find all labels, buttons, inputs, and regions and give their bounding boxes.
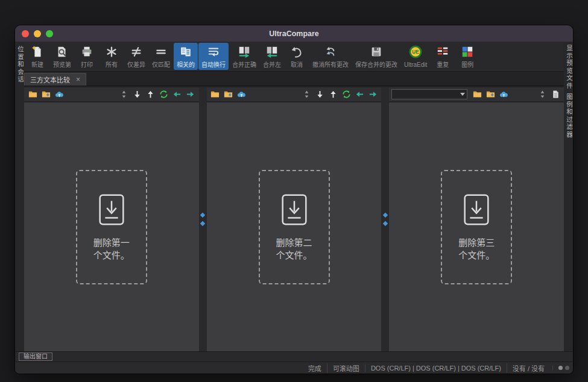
- toolbar-button-related[interactable]: 相关的: [174, 43, 198, 70]
- tab-three-way-text-compare[interactable]: 三方文本比较 ×: [24, 73, 86, 86]
- toolbar-button-label: 仅差异: [127, 61, 145, 69]
- undo-all-icon: [324, 45, 337, 59]
- toolbar-button-merge-right[interactable]: 合并正确: [229, 43, 259, 70]
- toolbar-button-print[interactable]: 打印: [75, 43, 99, 70]
- new-file-glyph: [31, 45, 44, 58]
- minimize-window-button[interactable]: [34, 30, 41, 37]
- nav-left-button[interactable]: [171, 89, 183, 101]
- titlebar[interactable]: UltraCompare: [15, 25, 573, 42]
- equal-glyph: [154, 45, 168, 58]
- pane-toolbar-3: [389, 87, 564, 102]
- drop-zone-label: 删除第二个文件。: [275, 237, 314, 261]
- nav-left-button[interactable]: [353, 89, 365, 101]
- tab-close-icon[interactable]: ×: [76, 75, 80, 84]
- new-folder-button[interactable]: [223, 89, 235, 101]
- next-difference-button[interactable]: [131, 89, 144, 101]
- output-window-tab[interactable]: 输出窗口: [19, 352, 52, 361]
- toolbar-button-undo[interactable]: 取消: [285, 43, 309, 70]
- cloud-upload-button[interactable]: [236, 89, 248, 101]
- legend-icon: [461, 45, 474, 59]
- pane-splitter[interactable]: [199, 87, 207, 351]
- preview-files-panel-tab[interactable]: 显示预览文件: [565, 45, 573, 90]
- ue-logo-glyph: [409, 45, 422, 58]
- status-item-1: 可滚动图: [327, 363, 365, 373]
- file-path-combobox[interactable]: [391, 89, 467, 99]
- cloud-upload-button[interactable]: [53, 89, 65, 101]
- download-file-icon: [277, 192, 312, 227]
- chevron-down-icon[interactable]: [458, 90, 467, 99]
- legend-filter-panel-tab[interactable]: 图例和过滤器: [565, 93, 573, 139]
- cloud-upload-button[interactable]: [498, 89, 510, 101]
- status-dot-icon[interactable]: [558, 366, 563, 370]
- new-folder-button[interactable]: [484, 89, 496, 101]
- open-folder-button[interactable]: [27, 89, 39, 101]
- close-window-button[interactable]: [22, 30, 29, 37]
- new-folder-button[interactable]: [40, 89, 52, 101]
- merge-right-icon: [238, 45, 251, 59]
- pane-splitter[interactable]: [381, 87, 389, 351]
- drop-zone-label: 删除第三个文件。: [457, 237, 496, 261]
- status-bar: 完成可滚动图DOS (CR/LF) | DOS (CR/LF) | DOS (C…: [15, 362, 573, 374]
- arrow-up-icon: [146, 90, 155, 99]
- spin-control[interactable]: [300, 89, 312, 101]
- previous-difference-button[interactable]: [145, 89, 157, 101]
- file-drop-zone[interactable]: 删除第二个文件。: [259, 170, 330, 284]
- folder-add-icon: [42, 90, 51, 99]
- zoom-window-button[interactable]: [46, 30, 53, 37]
- nav-right-button[interactable]: [367, 89, 379, 101]
- toolbar-button-save-merged[interactable]: 保存合并的更改: [352, 43, 400, 70]
- arrow-down-icon: [315, 90, 324, 99]
- tab-label: 三方文本比较: [30, 75, 70, 84]
- toolbar-button-legend[interactable]: 图例: [455, 43, 479, 70]
- toolbar-button-preview[interactable]: 预览第: [50, 43, 74, 70]
- previous-difference-button[interactable]: [327, 89, 339, 101]
- toolbar-button-ultraedit[interactable]: UltraEdit: [401, 43, 430, 70]
- printer-icon: [80, 45, 93, 59]
- duplicates-glyph: [436, 45, 449, 58]
- file-report-button[interactable]: [549, 89, 561, 101]
- refresh-icon: [159, 90, 168, 99]
- file-drop-zone[interactable]: 删除第三个文件。: [441, 170, 512, 284]
- cloud-upload-icon: [237, 90, 246, 99]
- spin-control[interactable]: [536, 89, 548, 101]
- pane-toolbar-1: [24, 87, 199, 102]
- toolbar-button-diff-only[interactable]: 仅差异: [124, 43, 148, 70]
- toolbar-button-match-only[interactable]: 仅匹配: [149, 43, 173, 70]
- doc-icon: [551, 90, 560, 99]
- open-folder-button[interactable]: [471, 89, 483, 101]
- toolbar-button-new[interactable]: 新建: [25, 43, 49, 70]
- toolbar-button-show-all[interactable]: 所有: [100, 43, 124, 70]
- folder-open-icon: [473, 90, 482, 99]
- compare-pane-3: 删除第三个文件。: [389, 87, 564, 351]
- arrow-left-icon: [355, 90, 364, 99]
- word-wrap-icon: [207, 45, 220, 59]
- pane-content-2: 删除第二个文件。: [207, 102, 382, 351]
- arrow-up-icon: [329, 90, 338, 99]
- pane-toolbar-2: [207, 87, 382, 102]
- recompare-button[interactable]: [340, 89, 352, 101]
- toolbar-button-label: UltraEdit: [404, 61, 427, 69]
- related-docs-icon: [179, 45, 192, 59]
- open-folder-button[interactable]: [209, 89, 221, 101]
- recompare-button[interactable]: [158, 89, 170, 101]
- status-dot-icon[interactable]: [565, 366, 569, 370]
- toolbar-button-word-wrap[interactable]: 自动换行: [198, 43, 229, 70]
- spinner-icon: [538, 90, 547, 99]
- not-equal-icon: [130, 45, 143, 59]
- nav-right-button[interactable]: [185, 89, 197, 101]
- undo-all-glyph: [324, 45, 337, 58]
- toolbar-button-undo-all[interactable]: 撤消所有更改: [309, 43, 352, 70]
- sessions-panel-tab[interactable]: 位置和会话: [16, 46, 25, 84]
- compare-pane-2: 删除第二个文件。: [207, 87, 382, 351]
- toolbar-button-duplicates[interactable]: 重复: [431, 43, 455, 70]
- toolbar-button-label: 预览第: [53, 61, 71, 69]
- toolbar-button-merge-left[interactable]: 合并左: [260, 43, 284, 70]
- undo-glyph: [290, 45, 303, 58]
- right-panel-strip: 显示预览文件 图例和过滤器: [564, 42, 573, 351]
- app-window: UltraCompare 位置和会话 新建预览第打印所有仅差异仅匹配相关的自动换…: [15, 25, 573, 374]
- next-difference-button[interactable]: [314, 89, 326, 101]
- spin-control[interactable]: [118, 89, 130, 101]
- file-drop-zone[interactable]: 删除第一个文件。: [76, 170, 147, 284]
- folder-add-icon: [224, 90, 233, 99]
- equal-icon: [154, 45, 168, 59]
